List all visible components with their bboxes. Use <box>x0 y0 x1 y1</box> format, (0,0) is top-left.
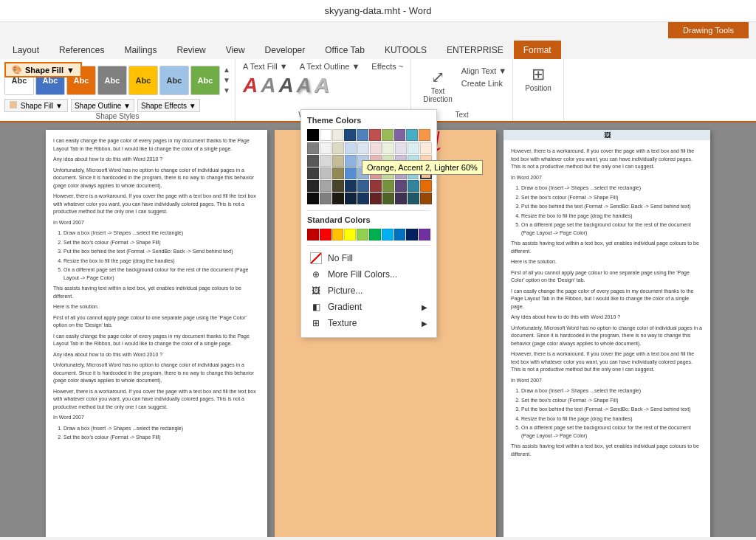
tab-kutools[interactable]: KUTOOLS <box>375 41 436 59</box>
tab-enterprise[interactable]: ENTERPRISE <box>437 41 513 59</box>
std-color-cell[interactable] <box>357 229 368 240</box>
picture-item[interactable]: 🖼 Picture... <box>307 283 430 299</box>
more-fill-colors-label: More Fill Colors... <box>328 269 397 280</box>
align-text-btn[interactable]: Align Text ▼ <box>461 66 506 75</box>
shade-cell[interactable] <box>345 180 357 192</box>
text-effects-btn[interactable]: Effects ~ <box>371 62 403 71</box>
shade-cell[interactable] <box>395 142 407 154</box>
shade-cell[interactable] <box>370 193 382 204</box>
tab-developer[interactable]: Developer <box>255 41 315 59</box>
shade-cell[interactable] <box>332 167 344 179</box>
shade-cell[interactable] <box>307 155 319 167</box>
scroll-up-icon[interactable]: ▲ <box>223 65 230 75</box>
swatch-gray[interactable]: Abc <box>97 66 127 95</box>
scroll-down-icon[interactable]: ▼ <box>223 75 230 86</box>
shade-cell[interactable] <box>408 180 419 192</box>
shade-cell[interactable] <box>382 142 394 154</box>
gradient-icon: ◧ <box>310 301 322 313</box>
texture-item[interactable]: ⊞ Texture ▶ <box>307 315 430 331</box>
shade-cell[interactable] <box>332 180 344 192</box>
shade-cell[interactable] <box>408 142 419 154</box>
tab-officetab[interactable]: Office Tab <box>315 41 374 59</box>
shade-col-4 <box>345 142 357 204</box>
std-color-cell[interactable] <box>394 229 406 240</box>
tab-view[interactable]: View <box>216 41 255 59</box>
shade-cell[interactable] <box>395 193 407 204</box>
tab-format[interactable]: Format <box>514 41 561 59</box>
theme-color-cell[interactable] <box>419 129 430 141</box>
theme-color-cell[interactable] <box>332 129 344 141</box>
swatch-gold[interactable]: Abc <box>128 66 158 95</box>
no-fill-item[interactable]: No Fill <box>307 250 430 266</box>
theme-color-cell[interactable] <box>382 129 394 141</box>
tab-review[interactable]: Review <box>167 41 215 59</box>
text-direction-btn[interactable]: ⤢ TextDirection <box>417 65 458 106</box>
shade-cell[interactable] <box>307 180 319 192</box>
doc-toolbar-right: 🖼 <box>504 130 710 140</box>
text-outline-btn[interactable]: A Text Outline ▼ <box>300 62 360 71</box>
shade-cell[interactable] <box>332 193 344 204</box>
shade-cell[interactable] <box>357 180 369 192</box>
theme-color-cell[interactable] <box>357 129 368 141</box>
more-fill-colors-item[interactable]: ⊕ More Fill Colors... <box>307 266 430 283</box>
theme-colors-title: Theme Colors <box>307 116 430 125</box>
scroll-arrows[interactable]: ▲ ▼ ▼ <box>223 65 230 96</box>
text-fill-btn[interactable]: A Text Fill ▼ <box>243 62 288 71</box>
shade-cell[interactable] <box>345 167 357 179</box>
create-link-btn[interactable]: Create Link <box>461 79 506 88</box>
scroll-more-icon[interactable]: ▼ <box>223 86 230 96</box>
shade-cell[interactable] <box>320 142 331 154</box>
shade-cell[interactable] <box>370 142 382 154</box>
shade-cell[interactable] <box>320 193 331 204</box>
shade-cell[interactable] <box>420 180 432 192</box>
shade-cell[interactable] <box>382 193 394 204</box>
shade-cell[interactable] <box>332 155 344 167</box>
shade-cell[interactable] <box>357 193 369 204</box>
shade-cell[interactable] <box>345 155 357 167</box>
shade-cell[interactable] <box>307 167 319 179</box>
theme-color-cell[interactable] <box>307 129 319 141</box>
std-color-cell[interactable] <box>307 229 319 240</box>
swatch-label: Abc <box>167 76 182 85</box>
shade-cell[interactable] <box>320 180 331 192</box>
std-color-cell[interactable] <box>344 229 356 240</box>
theme-color-cell[interactable] <box>344 129 356 141</box>
theme-color-cell[interactable] <box>369 129 381 141</box>
swatch-lightblue[interactable]: Abc <box>159 66 189 95</box>
std-color-cell[interactable] <box>369 229 381 240</box>
shade-cell[interactable] <box>420 142 432 154</box>
std-color-cell[interactable] <box>332 229 344 240</box>
theme-color-cell[interactable] <box>406 129 418 141</box>
gradient-item[interactable]: ◧ Gradient ▶ <box>307 299 430 315</box>
shade-cell[interactable] <box>332 142 344 154</box>
std-color-cell[interactable] <box>320 229 331 240</box>
shade-cell[interactable] <box>420 193 432 204</box>
shape-outline-btn[interactable]: Shape Outline ▼ <box>71 99 134 112</box>
shape-effects-btn[interactable]: Shape Effects ▼ <box>137 99 200 112</box>
std-color-cell[interactable] <box>406 229 418 240</box>
text-effects-label: Effects ~ <box>371 62 403 71</box>
shade-cell[interactable] <box>345 142 357 154</box>
shade-cell[interactable] <box>395 180 407 192</box>
shade-cell[interactable] <box>345 193 357 204</box>
tab-references[interactable]: References <box>49 41 114 59</box>
std-color-cell[interactable] <box>382 229 394 240</box>
shape-fill-active-btn[interactable]: 🎨 Shape Fill ▼ <box>4 62 82 77</box>
swatch-green[interactable]: Abc <box>190 66 220 95</box>
tab-mailings[interactable]: Mailings <box>114 41 166 59</box>
theme-color-cell[interactable] <box>320 129 331 141</box>
shade-cell[interactable] <box>382 180 394 192</box>
shade-cell[interactable] <box>307 193 319 204</box>
shade-cell[interactable] <box>408 193 419 204</box>
shade-cell[interactable] <box>307 142 319 154</box>
shade-cell[interactable] <box>357 142 369 154</box>
position-btn[interactable]: ⊞ Position <box>519 62 557 95</box>
shade-cell[interactable] <box>370 180 382 192</box>
tab-layout[interactable]: Layout <box>3 41 49 59</box>
theme-color-cell[interactable] <box>394 129 406 141</box>
std-color-cell[interactable] <box>419 229 430 240</box>
shape-fill-btn[interactable]: Shape Fill ▼ <box>4 99 68 112</box>
shade-cell[interactable] <box>320 167 331 179</box>
doc-text-left: I can easily change the page color of ev… <box>46 130 267 452</box>
shade-cell[interactable] <box>320 155 331 167</box>
